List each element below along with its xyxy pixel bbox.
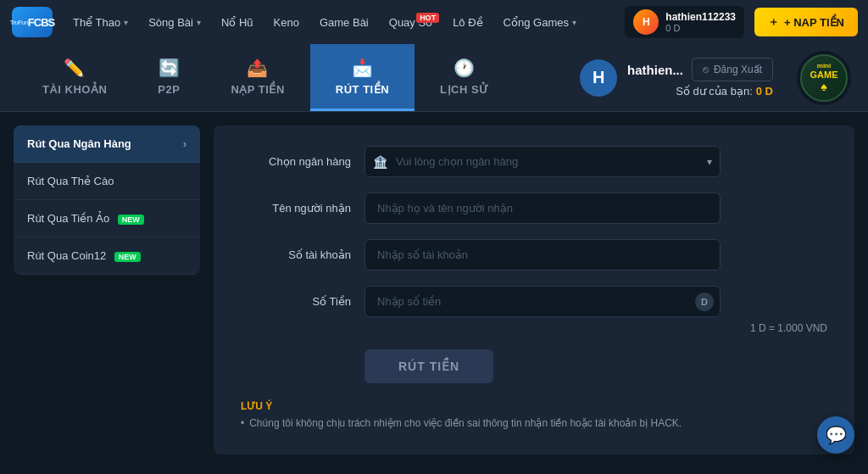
sidebar-label-coin12: Rút Qua Coin12 NEW [27, 249, 141, 262]
pencil-icon: ✏️ [64, 58, 86, 78]
dang-xuat-button[interactable]: ⎋ Đăng Xuất [692, 58, 773, 81]
chevron-right-icon: › [183, 137, 186, 150]
chevron-down-icon: ▾ [124, 18, 128, 27]
nap-tien-button[interactable]: ＋ + NAP TIỀN [754, 8, 858, 36]
label-chon-ngan-hang: Chọn ngân hàng [241, 155, 351, 168]
bank-icon: 🏦 [373, 155, 387, 169]
nav-quay-so[interactable]: Quay Số HOT [381, 11, 441, 34]
user-name: hathien112233 [665, 11, 736, 23]
sidebar-item-the-cao[interactable]: Rút Qua Thẻ Cào [14, 163, 200, 200]
nav-label-the-thao: Thể Thao [73, 16, 120, 29]
nav-keno[interactable]: Keno [265, 11, 308, 34]
chat-icon: 💬 [826, 425, 847, 445]
tab-label-rut-tien: RÚT TIỀN [336, 83, 389, 96]
p2p-icon: 🔄 [159, 58, 181, 78]
mini-game-logo[interactable]: mini GAME ♠ [797, 51, 851, 105]
sidebar: Rút Qua Ngân Hàng › Rút Qua Thẻ Cào Rút … [14, 125, 200, 275]
hot-badge: HOT [416, 13, 439, 23]
input-so-tien[interactable] [364, 286, 721, 317]
history-icon: 🕐 [453, 58, 476, 78]
chat-bubble-button[interactable]: 💬 [817, 416, 854, 454]
nav-label-song-bai: Sòng Bài [148, 16, 193, 29]
download-icon: 📩 [352, 58, 374, 78]
currency-badge: D [695, 293, 714, 311]
chevron-down-icon: ▾ [197, 18, 201, 27]
secondary-nav: ✏️ TÀI KHOẢN 🔄 P2P 📤 NẠP TIỀN 📩 RÚT TIỀN… [0, 44, 868, 112]
sidebar-label-tien-ao: Rút Qua Tiền Ảo NEW [27, 212, 144, 225]
logout-icon: ⎋ [703, 64, 709, 75]
nav-label-no-hu: Nổ Hũ [221, 16, 253, 29]
nav-label-cong-games: Cổng Games [504, 16, 569, 29]
mini-game-icon: mini GAME ♠ [800, 54, 848, 102]
greeting-initial: H [593, 68, 604, 87]
logo-text: TruFun FCBS [12, 7, 53, 37]
user-details: hathien112233 0 D [665, 11, 736, 33]
nav-lo-de[interactable]: Lô Đề [444, 11, 491, 34]
nav-cong-games[interactable]: Cổng Games ▾ [495, 11, 585, 34]
rut-tien-submit-button[interactable]: RÚT TIỀN [364, 349, 493, 383]
new-badge-coin12: NEW [114, 252, 141, 262]
sidebar-label-ngan-hang: Rút Qua Ngân Hàng [27, 137, 131, 150]
select-wrapper: 🏦 Vui lòng chọn ngân hàng ▾ [364, 146, 721, 177]
sidebar-label-the-cao: Rút Qua Thẻ Cào [27, 175, 114, 187]
exchange-rate: 1 D = 1.000 VND [364, 322, 827, 334]
note-item-text: Chúng tôi không chịu trách nhiệm cho việ… [249, 417, 682, 429]
form-row-ten-nguoi-nhan: Tên người nhận [241, 192, 827, 224]
nav-game-bai[interactable]: Game Bài [311, 11, 377, 34]
nav-song-bai[interactable]: Sòng Bài ▾ [140, 11, 209, 34]
label-so-tien: Số Tiền [241, 295, 351, 308]
submit-label: RÚT TIỀN [398, 360, 459, 373]
input-so-tai-khoan[interactable] [364, 239, 721, 270]
so-du-label: Số dư của bạn: [676, 85, 753, 98]
nav-label-lo-de: Lô Đề [453, 16, 482, 29]
user-balance: 0 D [665, 23, 736, 33]
note-item: Chúng tôi không chịu trách nhiệm cho việ… [241, 417, 827, 429]
user-greeting-section: H hathien... ⎋ Đăng Xuất Số dư của bạn: … [580, 44, 851, 111]
sidebar-item-coin12[interactable]: Rút Qua Coin12 NEW [14, 237, 200, 275]
label-ten-nguoi-nhan: Tên người nhận [241, 202, 351, 215]
nav-label-keno: Keno [274, 16, 299, 29]
avatar: H [633, 9, 659, 35]
logo[interactable]: TruFun FCBS [10, 5, 54, 39]
note-section: LƯU Ý Chúng tôi không chịu trách nhiệm c… [241, 400, 827, 429]
sidebar-item-ngan-hang[interactable]: Rút Qua Ngân Hàng › [14, 125, 200, 163]
greeting-avatar: H [580, 59, 617, 97]
user-info-panel: H hathien112233 0 D [625, 6, 744, 38]
form-row-so-tai-khoan: Số tài khoản [241, 239, 827, 270]
nav-label-game-bai: Game Bài [320, 16, 369, 29]
exchange-rate-text: 1 D = 1.000 VND [750, 322, 827, 334]
bank-select[interactable]: Vui lòng chọn ngân hàng [364, 146, 721, 177]
nav-no-hu[interactable]: Nổ Hũ [213, 11, 262, 34]
nap-tien-label: + NAP TIỀN [784, 16, 844, 29]
tab-lich-su[interactable]: 🕐 LỊCH SỬ [415, 44, 515, 111]
new-badge: NEW [118, 215, 144, 225]
tab-rut-tien[interactable]: 📩 RÚT TIỀN [310, 44, 415, 111]
tab-tai-khoan[interactable]: ✏️ TÀI KHOẢN [17, 44, 132, 111]
amount-wrapper: D [364, 286, 721, 317]
upload-icon: 📤 [247, 58, 269, 78]
greeting-name: hathien... [627, 63, 683, 77]
tab-label-tai-khoan: TÀI KHOẢN [42, 83, 107, 96]
note-title: LƯU Ý [241, 400, 827, 412]
tab-label-lich-su: LỊCH SỬ [440, 83, 489, 96]
so-du-bar: Số dư của bạn: 0 D [676, 85, 773, 98]
top-nav: TruFun FCBS Thể Thao ▾ Sòng Bài ▾ Nổ Hũ … [0, 0, 868, 44]
input-ten-nguoi-nhan[interactable] [364, 192, 721, 224]
logo-fcbs: FCBS [28, 16, 54, 29]
sidebar-item-tien-ao[interactable]: Rút Qua Tiền Ảo NEW [14, 200, 200, 237]
form-row-so-tien: Số Tiền D [241, 286, 827, 317]
so-du-value: 0 D [756, 85, 773, 98]
nav-the-thao[interactable]: Thể Thao ▾ [64, 11, 136, 34]
label-so-tai-khoan: Số tài khoản [241, 248, 351, 261]
plus-icon: ＋ [768, 14, 779, 30]
chevron-down-icon: ▾ [572, 18, 576, 27]
tab-nap-tien[interactable]: 📤 NẠP TIỀN [205, 44, 309, 111]
tab-label-nap-tien: NẠP TIỀN [231, 83, 284, 96]
tab-p2p[interactable]: 🔄 P2P [132, 44, 205, 111]
dang-xuat-label: Đăng Xuất [714, 64, 762, 75]
tab-label-p2p: P2P [158, 83, 180, 96]
form-area: Chọn ngân hàng 🏦 Vui lòng chọn ngân hàng… [214, 125, 854, 454]
form-row-ngan-hang: Chọn ngân hàng 🏦 Vui lòng chọn ngân hàng… [241, 146, 827, 177]
greeting-right: hathien... ⎋ Đăng Xuất Số dư của bạn: 0 … [627, 58, 773, 98]
main-content: Rút Qua Ngân Hàng › Rút Qua Thẻ Cào Rút … [0, 112, 868, 468]
